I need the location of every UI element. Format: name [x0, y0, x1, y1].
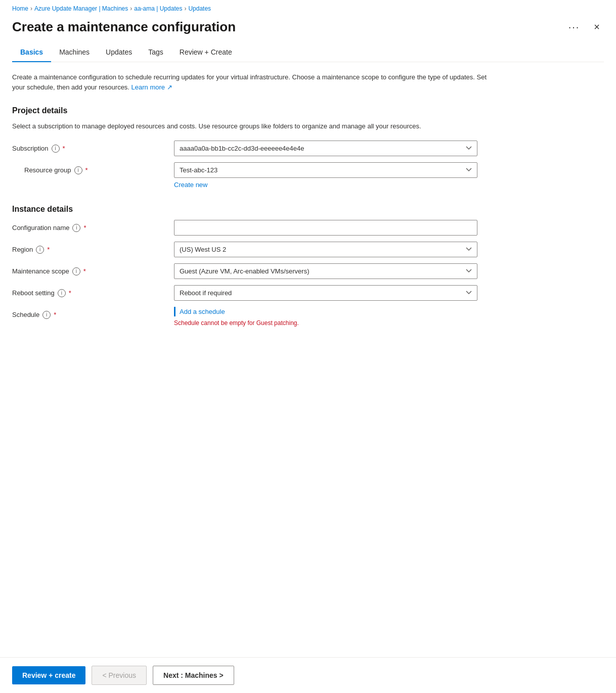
tab-updates[interactable]: Updates — [98, 43, 140, 62]
resource-group-label: Resource group i * — [12, 162, 174, 174]
previous-button[interactable]: < Previous — [92, 666, 147, 685]
breadcrumb-updates: Updates — [188, 5, 211, 12]
project-details-desc: Select a subscription to manage deployed… — [12, 121, 604, 131]
maintenance-scope-select[interactable]: Guest (Azure VM, Arc-enabled VMs/servers… — [174, 263, 477, 279]
configuration-name-row: Configuration name i * — [12, 220, 604, 236]
schedule-error-text: Schedule cannot be empty for Guest patch… — [174, 319, 477, 327]
schedule-required: * — [54, 311, 56, 318]
add-schedule-link[interactable]: Add a schedule — [174, 307, 225, 316]
next-machines-button[interactable]: Next : Machines > — [153, 666, 234, 685]
create-new-link[interactable]: Create new — [174, 181, 207, 189]
close-button[interactable]: × — [590, 19, 604, 35]
maintenance-scope-row: Maintenance scope i * Guest (Azure VM, A… — [12, 263, 604, 279]
instance-details-section: Instance details Configuration name i * … — [12, 205, 604, 327]
project-details-section: Project details Select a subscription to… — [12, 106, 604, 189]
maintenance-scope-required: * — [83, 267, 86, 275]
configuration-name-label: Configuration name i * — [12, 220, 174, 232]
breadcrumb-home[interactable]: Home — [12, 5, 28, 12]
reboot-setting-required: * — [69, 289, 71, 297]
breadcrumb: Home › Azure Update Manager | Machines ›… — [12, 0, 604, 15]
breadcrumb-sep-2: › — [130, 5, 132, 12]
region-required: * — [47, 246, 50, 253]
resource-group-control: Test-abc-123 Create new — [174, 162, 477, 189]
review-create-button[interactable]: Review + create — [12, 666, 85, 684]
ellipsis-button[interactable]: ··· — [564, 19, 584, 35]
subscription-control: aaaa0a0a-bb1b-cc2c-dd3d-eeeeee4e4e4e — [174, 141, 477, 156]
resource-group-row: Resource group i * Test-abc-123 Create n… — [12, 162, 604, 189]
subscription-required: * — [63, 145, 65, 152]
tab-bar: Basics Machines Updates Tags Review + Cr… — [12, 43, 604, 62]
resource-group-info-icon[interactable]: i — [74, 166, 82, 174]
reboot-setting-control: Reboot if required — [174, 285, 477, 301]
region-label: Region i * — [12, 242, 174, 254]
reboot-setting-label: Reboot setting i * — [12, 285, 174, 297]
maintenance-scope-control: Guest (Azure VM, Arc-enabled VMs/servers… — [174, 263, 477, 279]
tab-machines[interactable]: Machines — [51, 43, 98, 62]
page-description: Create a maintenance configuration to sc… — [12, 72, 488, 92]
tab-tags[interactable]: Tags — [140, 43, 171, 62]
maintenance-scope-info-icon[interactable]: i — [72, 267, 80, 275]
configuration-name-input[interactable] — [174, 220, 477, 236]
region-row: Region i * (US) West US 2 — [12, 242, 604, 257]
reboot-setting-row: Reboot setting i * Reboot if required — [12, 285, 604, 301]
schedule-row: Schedule i * Add a schedule Schedule can… — [12, 307, 604, 327]
tab-basics[interactable]: Basics — [12, 43, 51, 62]
subscription-select[interactable]: aaaa0a0a-bb1b-cc2c-dd3d-eeeeee4e4e4e — [174, 141, 477, 156]
maintenance-scope-label: Maintenance scope i * — [12, 263, 174, 275]
schedule-control: Add a schedule Schedule cannot be empty … — [174, 307, 477, 327]
bottom-bar: Review + create < Previous Next : Machin… — [0, 657, 616, 693]
region-info-icon[interactable]: i — [36, 246, 44, 254]
breadcrumb-sep-3: › — [184, 5, 186, 12]
configuration-name-required: * — [83, 224, 86, 232]
schedule-label: Schedule i * — [12, 307, 174, 319]
header-actions: ··· × — [564, 19, 604, 35]
subscription-label: Subscription i * — [12, 141, 174, 153]
configuration-name-info-icon[interactable]: i — [72, 224, 80, 232]
learn-more-link[interactable]: Learn more ↗ — [131, 83, 172, 91]
reboot-setting-select[interactable]: Reboot if required — [174, 285, 477, 301]
subscription-info-icon[interactable]: i — [52, 145, 60, 153]
breadcrumb-sep-1: › — [30, 5, 32, 12]
breadcrumb-azure-update-manager[interactable]: Azure Update Manager | Machines — [34, 5, 128, 12]
reboot-setting-info-icon[interactable]: i — [58, 289, 66, 297]
subscription-row: Subscription i * aaaa0a0a-bb1b-cc2c-dd3d… — [12, 141, 604, 156]
page-header: Create a maintenance configuration ··· × — [12, 15, 604, 43]
project-details-heading: Project details — [12, 106, 604, 115]
configuration-name-control — [174, 220, 477, 236]
resource-group-required: * — [85, 166, 88, 174]
page-title: Create a maintenance configuration — [12, 19, 236, 35]
resource-group-select[interactable]: Test-abc-123 — [174, 162, 477, 178]
region-control: (US) West US 2 — [174, 242, 477, 257]
instance-details-heading: Instance details — [12, 205, 604, 214]
region-select[interactable]: (US) West US 2 — [174, 242, 477, 257]
schedule-info-icon[interactable]: i — [42, 311, 51, 319]
tab-review-create[interactable]: Review + Create — [171, 43, 240, 62]
breadcrumb-aa-ama[interactable]: aa-ama | Updates — [134, 5, 182, 12]
